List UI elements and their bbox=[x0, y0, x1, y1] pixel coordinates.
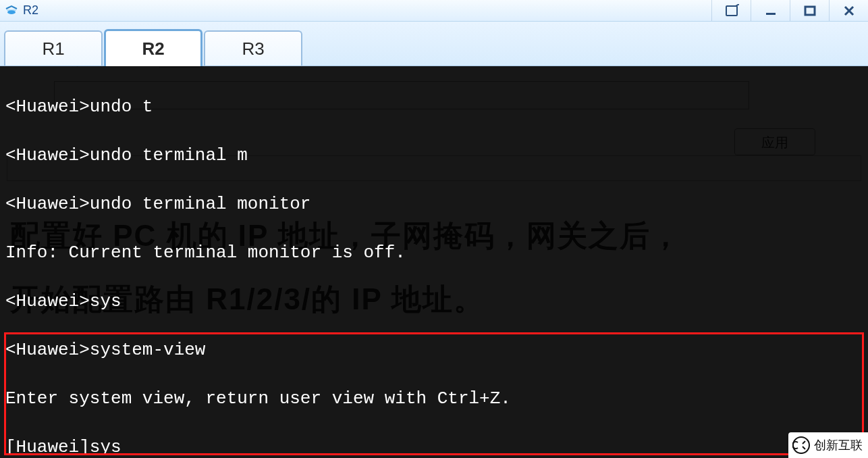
minimize-button[interactable] bbox=[751, 0, 790, 21]
app-icon bbox=[4, 3, 19, 18]
tab-r1[interactable]: R1 bbox=[4, 30, 103, 66]
watermark-text: 创新互联 bbox=[814, 437, 863, 453]
tab-row: R1 R2 R3 bbox=[0, 22, 868, 66]
terminal-line: [Huawei]sys bbox=[5, 435, 863, 458]
new-tab-button[interactable] bbox=[711, 0, 751, 21]
maximize-button[interactable] bbox=[790, 0, 829, 21]
titlebar: R2 bbox=[0, 0, 868, 22]
tab-label: R1 bbox=[42, 39, 64, 59]
svg-rect-2 bbox=[805, 7, 815, 15]
terminal-line: Info: Current terminal monitor is off. bbox=[5, 240, 863, 265]
terminal-line: Enter system view, return user view with… bbox=[5, 386, 863, 411]
tab-r3[interactable]: R3 bbox=[204, 30, 302, 66]
terminal[interactable]: <Huawei>undo t <Huawei>undo terminal m <… bbox=[0, 66, 868, 458]
svg-rect-1 bbox=[766, 13, 776, 15]
terminal-line: <Huawei>undo terminal m bbox=[5, 143, 863, 168]
terminal-line: <Huawei>sys bbox=[5, 289, 863, 313]
close-button[interactable] bbox=[829, 0, 868, 21]
svg-rect-0 bbox=[726, 6, 737, 16]
terminal-line: <Huawei>undo t bbox=[5, 95, 863, 119]
watermark-badge[interactable]: 创新互联 bbox=[788, 432, 868, 458]
window-title: R2 bbox=[23, 3, 38, 18]
tab-label: R3 bbox=[242, 39, 264, 59]
svg-point-3 bbox=[793, 437, 809, 453]
tab-label: R2 bbox=[142, 39, 164, 59]
terminal-line: <Huawei>system-view bbox=[5, 338, 863, 362]
window-controls bbox=[711, 0, 868, 21]
watermark-icon bbox=[792, 436, 810, 454]
terminal-line: <Huawei>undo terminal monitor bbox=[5, 192, 863, 216]
tab-r2[interactable]: R2 bbox=[104, 29, 202, 67]
